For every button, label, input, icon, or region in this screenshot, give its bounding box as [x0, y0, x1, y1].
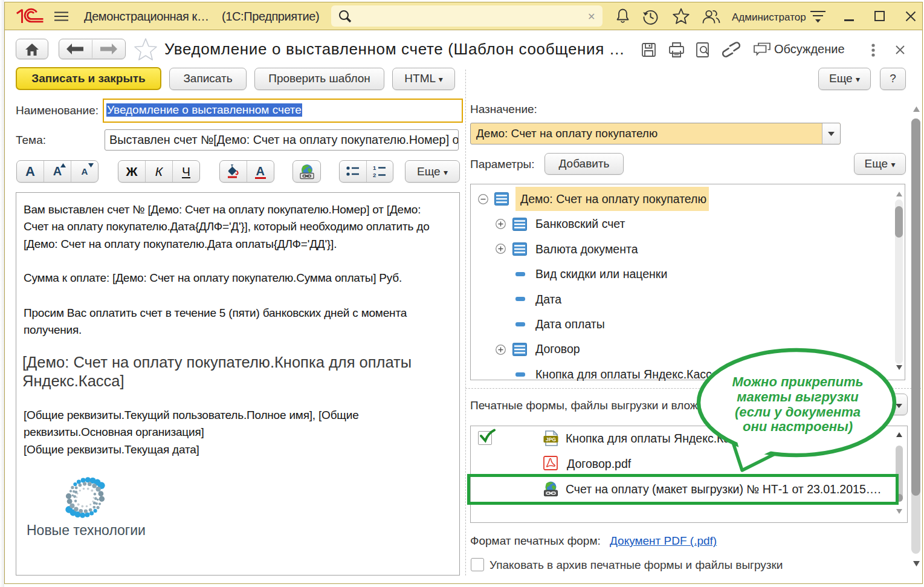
svg-text:1: 1 [373, 165, 376, 171]
svg-text:они настроены): они настроены) [743, 419, 853, 434]
svg-text:2: 2 [373, 172, 376, 178]
svg-text:(если у документа: (если у документа [735, 404, 861, 420]
svg-text:JPG: JPG [546, 436, 556, 443]
svg-text:Можно прикрепить: Можно прикрепить [732, 374, 863, 389]
svg-text:макеты выгрузки: макеты выгрузки [737, 389, 859, 404]
